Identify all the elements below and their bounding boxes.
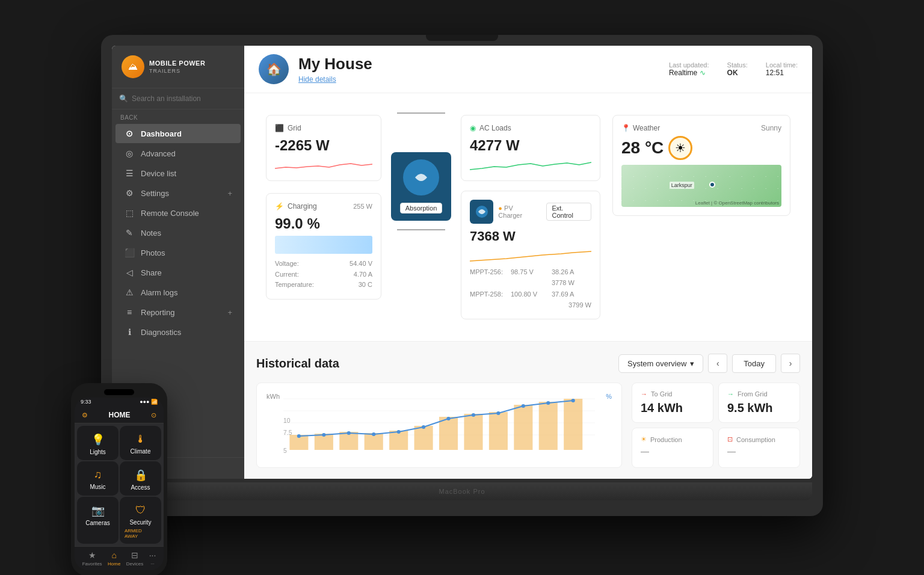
sidebar-item-photos[interactable]: ⬛ Photos — [116, 243, 241, 262]
today-button[interactable]: Today — [732, 354, 776, 373]
climate-icon: 🌡 — [135, 433, 146, 446]
y2-axis-label: % — [597, 393, 612, 455]
search-input[interactable] — [132, 94, 237, 103]
sidebar-item-notes[interactable]: ✎ Notes — [116, 223, 241, 242]
svg-rect-14 — [489, 412, 508, 450]
house-info: My House Hide details — [298, 55, 372, 84]
house-avatar: 🏠 — [259, 54, 289, 84]
charging-percent: 99.0 % — [275, 215, 372, 232]
from-grid-label: → From Grid — [727, 390, 791, 398]
sidebar-item-reporting[interactable]: ≡ Reporting + — [116, 303, 241, 322]
ac-loads-card: ◉ AC Loads 4277 W — [461, 115, 600, 181]
security-label: Security — [129, 519, 151, 526]
pv-charger-label: ● PV Charger — [498, 204, 538, 219]
phone-tile-cameras[interactable]: 📷 Cameras — [77, 497, 119, 544]
chart-labels: kWh — [266, 393, 612, 455]
phone-bottom-devices[interactable]: ⊟ Devices — [126, 550, 143, 567]
phone-tile-security[interactable]: 🛡 Security ARMED AWAY — [120, 497, 161, 544]
sidebar-item-dashboard[interactable]: ⊙ Dashboard — [116, 124, 241, 143]
svg-point-25 — [472, 413, 475, 417]
phone-signal-icon: ●●● 📶 — [140, 399, 158, 405]
prev-period-button[interactable]: ‹ — [708, 354, 727, 373]
sidebar-item-device-list[interactable]: ☰ Device list — [116, 164, 241, 183]
phone-tile-music[interactable]: ♫ Music — [77, 461, 119, 496]
ac-loads-chart — [470, 158, 591, 172]
phone-header: ⚙ HOME ⊙ — [75, 407, 164, 423]
phone-more-icon[interactable]: ⊙ — [151, 411, 156, 419]
sidebar-item-settings[interactable]: ⚙ Settings + — [116, 183, 241, 203]
favorites-icon: ★ — [82, 550, 102, 560]
macbook-base: MacBook Pro — [112, 482, 812, 500]
grid-chart — [275, 158, 372, 172]
dropdown-label: System overview — [627, 359, 686, 368]
phone-tile-access[interactable]: 🔒 Access — [120, 461, 161, 496]
consumption-label: ⊡ Consumption — [727, 435, 791, 443]
mppt1-a: 38.26 A — [552, 267, 591, 278]
pv-icon — [470, 200, 493, 224]
devices-icon: ⊟ — [126, 550, 143, 560]
svg-rect-13 — [464, 414, 482, 450]
phone-bottom-favorites[interactable]: ★ Favorites — [82, 550, 102, 567]
settings-icon: ⚙ — [124, 188, 135, 198]
share-icon: ◁ — [124, 268, 135, 277]
logo-icon: ⛰ — [122, 55, 144, 78]
phone-settings-icon[interactable]: ⚙ — [82, 411, 88, 419]
phone-bottom-more[interactable]: ··· ··· — [149, 550, 156, 567]
map-attribution: Leaflet | © OpenStreetMap contributors — [695, 200, 779, 206]
line-grid-to-victron — [397, 112, 445, 114]
grid-title-row: ⬛ Grid — [275, 124, 372, 132]
voltage-label: Voltage: — [275, 260, 299, 267]
search-box[interactable]: 🔍 — [112, 88, 244, 109]
macbook-notch — [426, 35, 498, 41]
phone-time: 9:33 — [81, 399, 91, 405]
sidebar-item-share[interactable]: ◁ Share — [116, 263, 241, 282]
device-list-icon: ☰ — [124, 168, 135, 178]
sidebar-item-label: Notes — [141, 229, 161, 238]
last-updated-value: Realtime ∿ — [669, 69, 709, 77]
phone-bottom-bar: ★ Favorites ⌂ Home ⊟ Devices ··· ··· — [75, 546, 164, 570]
phone-bottom-home[interactable]: ⌂ Home — [108, 550, 120, 567]
weather-condition: Sunny — [761, 124, 781, 132]
macbook-screen: ⛰ MOBILE POWER TRAILERS 🔍 BACK ⊙ Dashboa… — [112, 46, 812, 479]
sidebar-item-remote-console[interactable]: ⬚ Remote Console — [116, 203, 241, 223]
svg-rect-16 — [539, 402, 558, 450]
sidebar-item-label: Device list — [141, 169, 176, 178]
ac-loads-title-row: ◉ AC Loads — [470, 124, 591, 132]
temp-label: Temperature: — [275, 281, 314, 288]
grid-title: Grid — [288, 124, 301, 132]
next-period-button[interactable]: › — [781, 354, 800, 373]
from-grid-card: → From Grid 9.5 kWh — [718, 383, 800, 423]
phone-title: HOME — [88, 411, 151, 419]
svg-rect-11 — [414, 426, 433, 450]
sidebar-item-advanced[interactable]: ◎ Advanced — [116, 144, 241, 163]
svg-text:7.5: 7.5 — [283, 430, 292, 437]
grid-value: -2265 W — [275, 137, 372, 154]
production-value: — — [641, 447, 704, 457]
from-grid-arrow-icon: → — [727, 390, 734, 398]
pv-header: ● PV Charger Ext. Control — [470, 200, 591, 224]
reporting-plus-icon: + — [227, 308, 232, 317]
svg-point-28 — [546, 401, 550, 405]
charging-card: ⚡ Charging 255 W 99.0 % Voltage: 54.40 V… — [266, 193, 381, 300]
phone-tile-climate[interactable]: 🌡 Climate — [120, 426, 161, 460]
phone-dynamic-island — [104, 389, 134, 395]
weather-title: 📍 Weather — [621, 124, 660, 132]
sidebar-item-diagnostics[interactable]: ℹ Diagnostics — [116, 322, 241, 342]
hide-details-link[interactable]: Hide details — [298, 75, 336, 84]
chart-svg: 5 7.5 10 — [283, 393, 595, 453]
system-overview-dropdown[interactable]: System overview ▾ — [618, 354, 703, 373]
svg-point-27 — [522, 404, 525, 408]
sidebar-item-alarm-logs[interactable]: ⚠ Alarm logs — [116, 283, 241, 302]
sidebar-item-label: Reporting — [141, 308, 174, 317]
sidebar-item-label: Advanced — [141, 149, 176, 158]
svg-point-22 — [397, 430, 401, 434]
ac-loads-value: 4277 W — [470, 137, 591, 154]
to-grid-value: 14 kWh — [641, 401, 704, 415]
reporting-icon: ≡ — [124, 307, 135, 317]
sidebar-nav: ⊙ Dashboard ◎ Advanced ☰ Device list ⚙ S… — [112, 123, 244, 342]
phone-overlay: 9:33 ●●● 📶 ⚙ HOME ⊙ 💡 Lights 🌡 — [71, 383, 176, 575]
charging-bar — [275, 236, 372, 254]
historical-controls: System overview ▾ ‹ Today › — [618, 354, 800, 373]
remote-console-icon: ⬚ — [124, 208, 135, 218]
phone-tile-lights[interactable]: 💡 Lights — [77, 426, 119, 460]
